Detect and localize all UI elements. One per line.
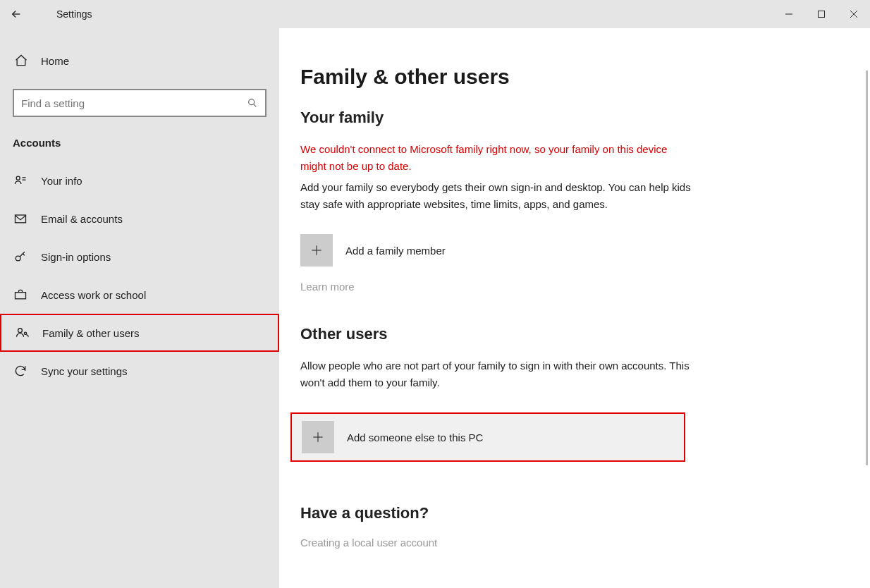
add-someone-label: Add someone else to this PC <box>347 431 483 443</box>
svg-point-4 <box>249 99 255 105</box>
search-input[interactable] <box>21 97 247 109</box>
family-heading: Your family <box>300 109 836 127</box>
arrow-left-icon <box>10 8 23 20</box>
maximize-button[interactable] <box>805 0 838 28</box>
mail-icon <box>13 212 28 226</box>
nav-your-info[interactable]: Your info <box>0 161 279 200</box>
add-family-label: Add a family member <box>345 245 446 257</box>
minimize-icon <box>785 10 793 18</box>
plus-icon <box>300 234 333 267</box>
home-nav[interactable]: Home <box>0 45 279 76</box>
sidebar-section-title: Accounts <box>0 133 279 161</box>
other-users-heading: Other users <box>300 325 836 343</box>
home-label: Home <box>41 55 69 67</box>
nav-label: Email & accounts <box>41 213 123 225</box>
add-family-member-button[interactable]: Add a family member <box>300 234 836 267</box>
nav-email-accounts[interactable]: Email & accounts <box>0 200 279 238</box>
svg-point-13 <box>24 332 26 334</box>
sync-icon <box>13 364 28 378</box>
svg-line-5 <box>254 104 257 107</box>
search-input-wrap[interactable] <box>13 89 266 117</box>
other-users-description: Allow people who are not part of your fa… <box>300 357 695 391</box>
key-icon <box>13 250 28 264</box>
nav-family-other-users[interactable]: Family & other users <box>0 314 279 352</box>
content-area: Family & other users Your family We coul… <box>279 28 870 588</box>
close-icon <box>850 10 858 18</box>
home-icon <box>13 54 30 68</box>
sidebar: Home Accounts Your info Email & accounts <box>0 28 279 588</box>
svg-point-6 <box>16 176 20 180</box>
minimize-button[interactable] <box>773 0 805 28</box>
plus-icon <box>302 421 334 453</box>
nav-label: Access work or school <box>41 289 146 301</box>
nav-label: Your info <box>41 175 82 187</box>
help-link[interactable]: Creating a local user account <box>300 537 836 549</box>
nav-label: Sync your settings <box>41 365 128 377</box>
add-someone-else-button[interactable]: Add someone else to this PC <box>290 412 685 462</box>
window-title: Settings <box>32 8 92 20</box>
family-error-text: We couldn't connect to Microsoft family … <box>300 141 695 175</box>
learn-more-link[interactable]: Learn more <box>300 281 836 293</box>
nav-signin-options[interactable]: Sign-in options <box>0 238 279 276</box>
scrollbar[interactable] <box>866 71 868 465</box>
page-title: Family & other users <box>300 65 836 89</box>
person-card-icon <box>13 173 28 188</box>
svg-rect-11 <box>16 293 26 299</box>
back-button[interactable] <box>0 0 32 28</box>
svg-rect-9 <box>16 215 26 223</box>
maximize-icon <box>817 10 826 18</box>
people-icon <box>14 326 30 340</box>
titlebar: Settings <box>0 0 870 28</box>
briefcase-icon <box>13 288 28 302</box>
question-heading: Have a question? <box>300 504 836 522</box>
nav-label: Sign-in options <box>41 251 111 263</box>
svg-rect-1 <box>819 11 825 18</box>
svg-point-10 <box>16 256 20 261</box>
nav-sync-settings[interactable]: Sync your settings <box>0 352 279 390</box>
search-icon <box>247 97 258 109</box>
nav-label: Family & other users <box>42 327 140 339</box>
family-description: Add your family so everybody gets their … <box>300 179 695 213</box>
svg-point-12 <box>18 329 23 333</box>
close-button[interactable] <box>838 0 870 28</box>
nav-access-work[interactable]: Access work or school <box>0 276 279 314</box>
